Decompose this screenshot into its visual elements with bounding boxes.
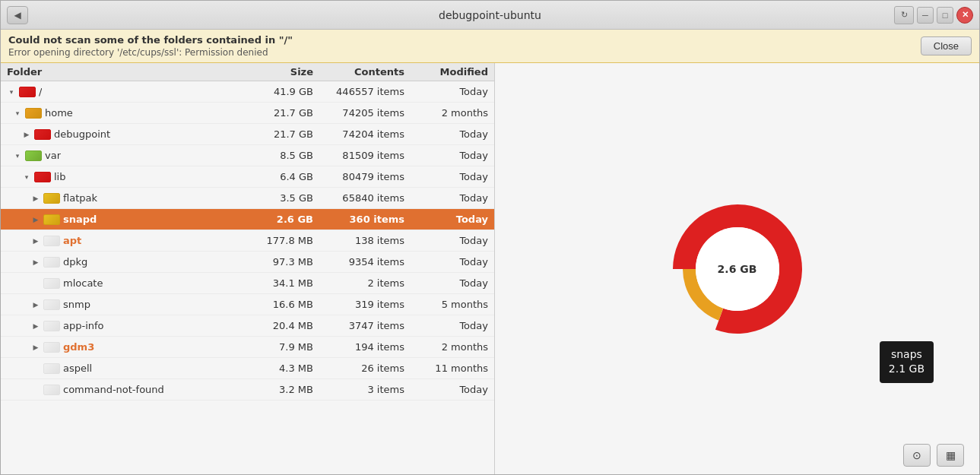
folder-expander[interactable]: ▶ [22, 130, 31, 139]
folder-name: aspell [63, 363, 92, 374]
tooltip-name: snaps [889, 347, 924, 363]
folder-expander[interactable]: ▶ [31, 321, 40, 331]
warning-title: Could not scan some of the folders conta… [8, 34, 293, 46]
contents-value: 194 items [313, 341, 404, 353]
folder-icon [43, 236, 60, 246]
modified-value: Today [404, 384, 488, 395]
contents-value: 2 items [313, 277, 404, 289]
warning-close-button[interactable]: Close [921, 36, 972, 55]
warning-content: Could not scan some of the folders conta… [8, 34, 293, 58]
file-panel: Folder Size Contents Modified ▾/41.9 GB4… [1, 63, 495, 474]
window-title: debugpoint-ubuntu [439, 9, 541, 21]
table-row[interactable]: ▾lib6.4 GB80479 itemsToday [1, 166, 494, 188]
folder-expander[interactable]: ▾ [22, 173, 31, 182]
folder-expander[interactable]: ▶ [31, 236, 40, 245]
size-value: 20.4 MB [237, 320, 313, 331]
header-size: Size [237, 66, 313, 78]
size-value: 16.6 MB [237, 299, 313, 310]
contents-value: 26 items [313, 363, 404, 374]
size-value: 21.7 GB [237, 128, 313, 140]
folder-name: lib [54, 171, 65, 182]
folder-cell: ▶gdm3 [7, 341, 237, 353]
table-row[interactable]: ▶debugpoint21.7 GB74204 itemsToday [1, 124, 494, 145]
contents-value: 360 items [313, 214, 404, 225]
folder-cell: aspell [7, 363, 237, 374]
folder-icon [43, 214, 60, 225]
folder-expander[interactable]: ▾ [13, 109, 22, 118]
table-row[interactable]: ▾home21.7 GB74205 items2 months [1, 103, 494, 124]
table-row[interactable]: ▶apt177.8 MB138 itemsToday [1, 230, 494, 252]
modified-value: 11 months [404, 363, 488, 374]
maximize-button[interactable]: □ [937, 7, 953, 24]
folder-cell: ▾/ [7, 86, 237, 97]
size-value: 6.4 GB [237, 171, 313, 182]
table-row[interactable]: ▶app-info20.4 MB3747 itemsToday [1, 315, 494, 337]
table-row[interactable]: aspell4.3 MB26 items11 months [1, 358, 494, 379]
folder-name: app-info [63, 320, 104, 331]
folder-icon [25, 108, 42, 119]
main-window: ◀ debugpoint-ubuntu ↻ ─ □ ✕ Could not sc… [0, 0, 980, 475]
contents-value: 3 items [313, 384, 404, 395]
size-value: 2.6 GB [237, 214, 313, 225]
folder-expander[interactable]: ▶ [31, 258, 40, 267]
refresh-button[interactable]: ↻ [894, 6, 914, 24]
folder-cell: ▶snmp [7, 299, 237, 310]
modified-value: 2 months [404, 341, 488, 353]
contents-value: 80479 items [313, 171, 404, 182]
folder-cell: ▾home [7, 107, 237, 119]
folder-cell: ▶dpkg [7, 256, 237, 268]
table-row[interactable]: ▶gdm37.9 MB194 items2 months [1, 337, 494, 358]
minimize-button[interactable]: ─ [917, 7, 934, 24]
header-contents: Contents [313, 66, 404, 78]
folder-expander[interactable]: ▶ [31, 215, 40, 224]
modified-value: Today [404, 86, 488, 97]
table-row[interactable]: ▶dpkg97.3 MB9354 itemsToday [1, 252, 494, 273]
folder-cell: ▶snapd [7, 214, 237, 225]
bottom-toolbar: ⊙ ▦ [903, 444, 964, 467]
close-button[interactable]: ✕ [956, 7, 973, 24]
modified-value: Today [404, 214, 488, 225]
folder-icon [34, 129, 51, 140]
titlebar: ◀ debugpoint-ubuntu ↻ ─ □ ✕ [1, 1, 979, 30]
folder-cell: mlocate [7, 277, 237, 289]
folder-icon [34, 172, 51, 182]
donut-center-label: 2.6 GB [718, 263, 757, 275]
folder-icon [43, 321, 60, 331]
table-row[interactable]: command-not-found3.2 MB3 itemsToday [1, 379, 494, 401]
contents-value: 65840 items [313, 192, 404, 204]
folder-cell: ▶app-info [7, 320, 237, 331]
folder-expander [31, 279, 40, 288]
folder-expander[interactable]: ▾ [13, 151, 22, 160]
folder-icon [19, 87, 36, 97]
size-value: 41.9 GB [237, 86, 313, 97]
table-row[interactable]: ▶flatpak3.5 GB65840 itemsToday [1, 188, 494, 209]
table-row[interactable]: ▾/41.9 GB446557 itemsToday [1, 81, 494, 103]
bottom-button-2[interactable]: ▦ [937, 444, 964, 467]
folder-expander[interactable]: ▶ [31, 343, 40, 352]
modified-value: Today [404, 171, 488, 182]
back-button[interactable]: ◀ [7, 6, 28, 24]
size-value: 21.7 GB [237, 107, 313, 119]
modified-value: Today [404, 320, 488, 331]
folder-icon [43, 193, 60, 204]
modified-value: Today [404, 277, 488, 289]
table-row[interactable]: ▶snapd2.6 GB360 itemsToday [1, 209, 494, 230]
warning-detail: Error opening directory '/etc/cups/ssl':… [8, 47, 293, 58]
table-row[interactable]: ▾var8.5 GB81509 itemsToday [1, 145, 494, 166]
chart-panel: 2.6 GB snaps 2.1 GB ⊙ ▦ [495, 63, 979, 474]
folder-expander[interactable]: ▶ [31, 194, 40, 203]
back-icon: ◀ [14, 10, 21, 21]
table-row[interactable]: ▶snmp16.6 MB319 items5 months [1, 294, 494, 315]
folder-name: dpkg [63, 256, 87, 268]
folder-expander[interactable]: ▶ [31, 300, 40, 309]
folder-name: snmp [63, 299, 90, 310]
folder-name: snapd [63, 214, 97, 225]
folder-expander[interactable]: ▾ [7, 87, 16, 97]
size-value: 3.5 GB [237, 192, 313, 204]
bottom-button-1[interactable]: ⊙ [903, 444, 931, 467]
folder-name: apt [63, 235, 81, 246]
table-row[interactable]: mlocate34.1 MB2 itemsToday [1, 273, 494, 294]
folder-name: gdm3 [63, 341, 94, 353]
window-controls: ↻ ─ □ ✕ [894, 6, 973, 24]
folder-icon [25, 150, 42, 161]
